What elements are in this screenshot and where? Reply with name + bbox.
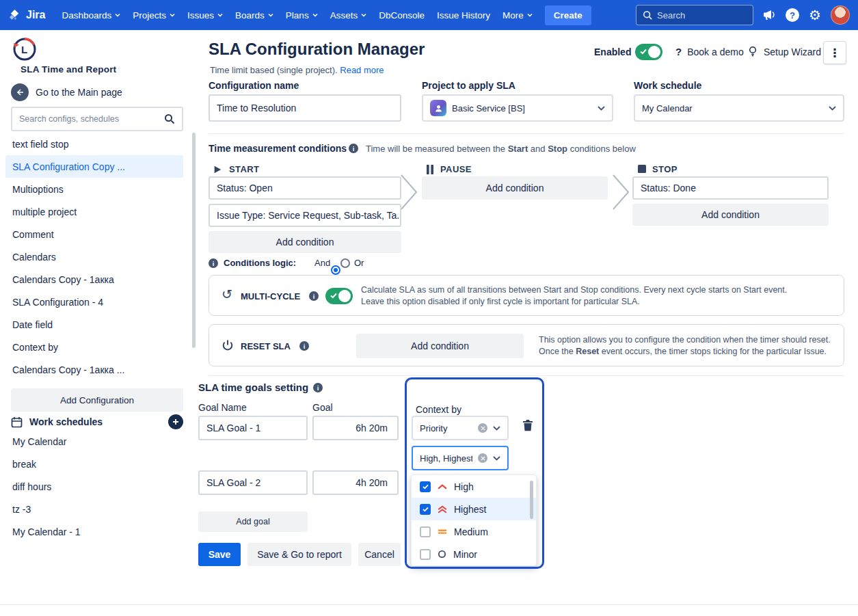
config-item[interactable]: multiple project	[5, 200, 183, 223]
dropdown-option-highest[interactable]: Highest	[412, 498, 536, 520]
info-icon[interactable]: i	[209, 258, 218, 268]
clear-icon[interactable]	[478, 453, 487, 463]
add-schedule-button[interactable]	[168, 414, 183, 429]
save-and-go-button[interactable]: Save & Go to report	[247, 543, 351, 566]
chevron-down-icon	[493, 456, 500, 461]
nav-item-assets[interactable]: Assets	[325, 6, 373, 25]
config-item[interactable]: Comment	[5, 223, 183, 245]
project-select[interactable]: Basic Service [BS]	[422, 94, 613, 122]
stop-icon	[638, 165, 646, 173]
goal-name-input[interactable]	[198, 416, 308, 440]
goal-name-input[interactable]	[198, 470, 308, 495]
schedule-item[interactable]: My Calendar	[5, 430, 183, 453]
jira-brand[interactable]: Jira	[8, 9, 45, 22]
schedule-item[interactable]: tz -3	[5, 498, 183, 520]
logic-or-radio[interactable]	[340, 258, 350, 268]
info-icon[interactable]: i	[309, 291, 319, 301]
checkbox-unchecked[interactable]	[420, 549, 431, 560]
settings-gear-icon[interactable]: ⚙	[809, 8, 821, 22]
sidebar-search[interactable]	[11, 107, 183, 131]
reset-add-condition-button[interactable]: Add condition	[356, 334, 524, 358]
read-more-link[interactable]: Read more	[340, 65, 384, 75]
info-icon[interactable]: i	[299, 341, 309, 351]
svg-text:L: L	[21, 44, 27, 55]
vertical-dots-icon: ⋮	[829, 46, 841, 60]
book-demo-button[interactable]: ? Book a demo	[675, 46, 744, 57]
add-configuration-button[interactable]: Add Configuration	[11, 388, 183, 412]
goal-column-label: Goal	[312, 402, 333, 413]
checkbox-unchecked[interactable]	[420, 526, 431, 537]
schedule-select[interactable]: My Calendar	[634, 94, 844, 122]
sidebar-scrollbar[interactable]	[192, 133, 196, 348]
global-search[interactable]	[636, 5, 753, 25]
context-field-select[interactable]: Priority	[412, 416, 509, 440]
announcements-icon[interactable]	[763, 10, 776, 21]
global-search-input[interactable]	[657, 10, 739, 21]
schedule-label: Work schedule	[634, 80, 701, 91]
info-icon[interactable]: i	[349, 144, 358, 153]
work-schedules-header: Work schedules	[11, 414, 183, 429]
nav-item-more[interactable]: More	[497, 6, 538, 25]
clear-icon[interactable]	[478, 423, 487, 433]
sidebar-search-input[interactable]	[19, 114, 159, 124]
multi-cycle-toggle[interactable]	[325, 288, 353, 304]
nav-item-projects[interactable]: Projects	[127, 6, 180, 25]
config-item-selected[interactable]: SLA Configuration Copy ...	[5, 155, 183, 178]
cancel-button[interactable]: Cancel	[358, 543, 401, 566]
delete-goal-button[interactable]	[522, 419, 533, 431]
pause-add-condition-button[interactable]: Add condition	[422, 176, 608, 200]
start-add-condition-button[interactable]: Add condition	[209, 231, 401, 253]
goal-value-input[interactable]	[312, 416, 399, 440]
setup-wizard-button[interactable]: Setup Wizard	[747, 46, 821, 57]
config-item[interactable]: Context by	[5, 336, 183, 358]
nav-item-dashboards[interactable]: Dashboards	[56, 6, 126, 25]
help-icon[interactable]: ?	[786, 8, 799, 22]
config-item[interactable]: Calendars Copy - 1акка	[5, 268, 183, 291]
dropdown-option-medium[interactable]: Medium	[412, 520, 536, 543]
plus-icon	[172, 418, 179, 425]
nav-item-dbconsole[interactable]: DbConsole	[373, 6, 430, 25]
dropdown-option-high[interactable]: High	[412, 475, 536, 498]
nav-item-plans[interactable]: Plans	[280, 6, 323, 25]
search-icon	[164, 113, 175, 124]
stop-condition-rule[interactable]: Status: Done	[632, 176, 829, 200]
goal-value-input[interactable]	[312, 470, 399, 495]
stop-add-condition-button[interactable]: Add condition	[632, 204, 829, 226]
nav-item-boards[interactable]: Boards	[230, 6, 279, 25]
dropdown-option-minor[interactable]: Minor	[412, 543, 536, 565]
config-item[interactable]: Calendars	[5, 245, 183, 268]
info-icon[interactable]: i	[313, 383, 323, 392]
start-condition-rule[interactable]: Issue Type: Service Request, Sub-task, T…	[209, 204, 401, 227]
config-item[interactable]: Date field	[5, 313, 183, 336]
logic-and-radio[interactable]	[331, 265, 340, 275]
schedule-item[interactable]: My Calendar - 1	[5, 520, 183, 543]
config-item[interactable]: SLA Configuration - 4	[5, 291, 183, 313]
config-item[interactable]: Calendars Copy - 1акка ...	[5, 358, 183, 381]
schedule-item[interactable]: diff hours	[5, 475, 183, 498]
user-avatar[interactable]	[831, 5, 850, 25]
top-navigation: Jira Dashboards Projects Issues Boards P…	[0, 0, 858, 30]
schedule-item[interactable]: break	[5, 453, 183, 475]
config-name-input[interactable]	[209, 94, 401, 122]
multi-cycle-label: MULTI-CYCLE	[241, 291, 300, 302]
context-values-select[interactable]: High, Highest	[412, 446, 509, 470]
save-button[interactable]: Save	[198, 543, 241, 566]
checkbox-checked[interactable]	[420, 481, 431, 492]
start-condition-rule[interactable]: Status: Open	[209, 176, 401, 200]
config-item[interactable]: text field stop	[5, 133, 183, 155]
nav-item-issues[interactable]: Issues	[182, 6, 228, 25]
create-button[interactable]: Create	[545, 5, 591, 25]
enabled-toggle[interactable]	[635, 44, 662, 60]
back-to-main-link[interactable]: Go to the Main page	[11, 83, 122, 101]
multi-cycle-description-line2: Leave this option disabled if only first…	[361, 296, 640, 307]
check-icon	[640, 49, 647, 55]
more-options-button[interactable]: ⋮	[823, 41, 846, 64]
add-goal-button[interactable]: Add goal	[198, 511, 308, 532]
multi-cycle-description-line1: Calculate SLA as sum of all transitions …	[361, 284, 787, 295]
checkbox-checked[interactable]	[420, 504, 431, 515]
config-item[interactable]: Multioptions	[5, 178, 183, 200]
dropdown-scrollbar[interactable]	[530, 481, 533, 519]
nav-item-issue-history[interactable]: Issue History	[431, 6, 496, 25]
schedule-list: My Calendar break diff hours tz -3 My Ca…	[0, 430, 193, 543]
conditions-logic-label: Conditions logic:	[224, 258, 296, 268]
